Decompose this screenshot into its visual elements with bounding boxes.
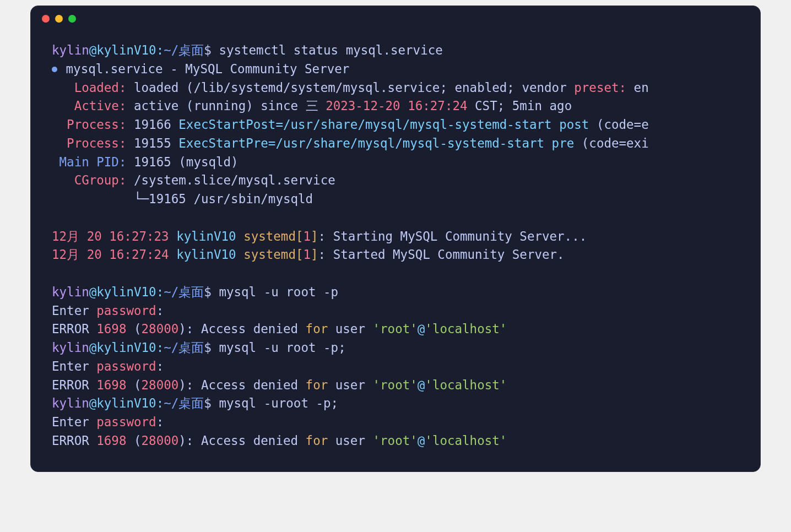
cgroup-tree: └─19165 /usr/sbin/mysqld (134, 192, 313, 206)
password-label: password (96, 303, 156, 318)
preset-label: preset: (574, 80, 626, 95)
user-string: 'root' (373, 378, 418, 392)
log-proc: systemd[ (243, 229, 303, 243)
host-string: 'localhost' (425, 433, 507, 448)
mainpid-label: Main PID: (59, 155, 127, 169)
for-keyword: for (306, 322, 328, 336)
active-value: active (running) (134, 99, 253, 113)
datetime: 2023-12-20 16:27:24 (326, 99, 467, 113)
prompt-user: kylin (52, 340, 89, 355)
titlebar (31, 6, 760, 23)
error-code: 1698 (96, 322, 134, 336)
status-bullet-icon (52, 67, 57, 72)
process-label: Process: (67, 136, 126, 150)
prompt-at: @ (89, 43, 97, 57)
minimize-icon[interactable] (55, 15, 63, 23)
prompt-user: kylin (52, 43, 89, 57)
prompt-path: ~/桌面 (164, 340, 204, 355)
terminal-window: kylin@kylinV10:~/桌面$ systemctl status my… (30, 6, 761, 472)
mainpid-value: 19165 (mysqld) (134, 155, 239, 169)
command-text: mysql -uroot -p; (219, 396, 338, 410)
prompt-path: ~/桌面 (164, 43, 204, 57)
sqlstate: 28000 (142, 378, 179, 392)
prompt-host: kylinV10 (96, 340, 156, 355)
user-string: 'root' (373, 433, 418, 448)
error-label: ERROR (52, 433, 96, 448)
host-string: 'localhost' (425, 378, 507, 392)
prompt-host: kylinV10 (96, 43, 156, 57)
log-time: 12月 20 16:27:23 (52, 229, 169, 243)
maximize-icon[interactable] (68, 15, 76, 23)
loaded-label: Loaded: (74, 80, 127, 95)
host-string: 'localhost' (425, 322, 507, 336)
cgroup-label: CGroup: (74, 173, 127, 187)
sqlstate: 28000 (142, 322, 179, 336)
close-icon[interactable] (42, 15, 50, 23)
prompt-host: kylinV10 (96, 396, 156, 410)
prompt-user: kylin (52, 285, 89, 299)
password-label: password (96, 359, 156, 373)
log-proc: systemd[ (243, 247, 303, 262)
for-keyword: for (306, 433, 328, 448)
process-label: Process: (67, 117, 126, 132)
log-host: kylinV10 (169, 229, 243, 243)
prompt-path: ~/桌面 (164, 285, 204, 299)
log-msg: : Starting MySQL Community Server... (318, 229, 587, 243)
prompt-host: kylinV10 (96, 285, 156, 299)
error-code: 1698 (96, 433, 134, 448)
process-pid: 19166 (134, 117, 171, 132)
sqlstate: 28000 (142, 433, 179, 448)
log-host: kylinV10 (169, 247, 243, 262)
active-label: Active: (74, 99, 127, 113)
password-label: password (96, 415, 156, 429)
error-code: 1698 (96, 378, 134, 392)
error-label: ERROR (52, 378, 96, 392)
service-desc: MySQL Community Server (185, 62, 349, 76)
user-string: 'root' (373, 322, 418, 336)
process-cmd: ExecStartPost=/usr/share/mysql/mysql-sys… (178, 117, 597, 132)
prompt-colon: : (156, 43, 164, 57)
error-label: ERROR (52, 322, 96, 336)
prompt-dollar: $ (204, 43, 212, 57)
service-name: mysql.service (66, 62, 163, 76)
command-text: mysql -u root -p (219, 285, 338, 299)
loaded-value: loaded (/lib/systemd/system/mysql.servic… (134, 80, 574, 95)
prompt-user: kylin (52, 396, 89, 410)
command-text: mysql -u root -p; (219, 340, 345, 355)
terminal-output[interactable]: kylin@kylinV10:~/桌面$ systemctl status my… (31, 23, 760, 471)
process-cmd: ExecStartPre=/usr/share/mysql/mysql-syst… (178, 136, 582, 150)
prompt-path: ~/桌面 (164, 396, 204, 410)
command-text: systemctl status mysql.service (219, 43, 442, 57)
for-keyword: for (306, 378, 328, 392)
log-msg: : Started MySQL Community Server. (318, 247, 565, 262)
process-pid: 19155 (134, 136, 171, 150)
cgroup-value: /system.slice/mysql.service (134, 173, 335, 187)
log-time: 12月 20 16:27:24 (52, 247, 169, 262)
